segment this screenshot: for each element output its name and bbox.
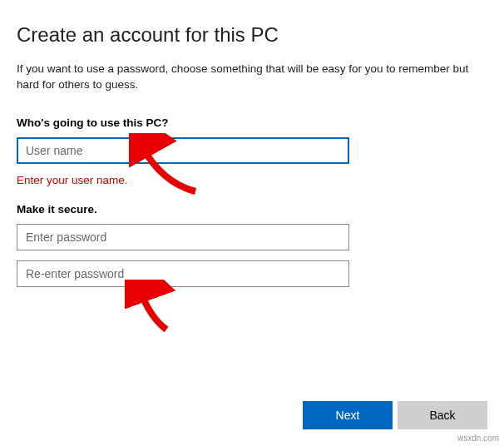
password-input[interactable] (17, 224, 349, 250)
user-section-label: Who's going to use this PC? (17, 116, 487, 129)
page-subtitle: If you want to use a password, choose so… (17, 62, 487, 93)
username-error: Enter your user name. (17, 174, 487, 186)
next-button[interactable]: Next (303, 401, 393, 429)
annotation-arrow-icon (125, 280, 183, 338)
reenter-password-input[interactable] (17, 260, 349, 287)
footer-buttons: Next Back (303, 401, 487, 429)
username-input[interactable] (17, 137, 349, 164)
watermark-text: wsxdn.com (457, 434, 499, 443)
password-section-label: Make it secure. (17, 203, 487, 216)
back-button[interactable]: Back (398, 401, 487, 429)
page-title: Create an account for this PC (17, 23, 487, 47)
